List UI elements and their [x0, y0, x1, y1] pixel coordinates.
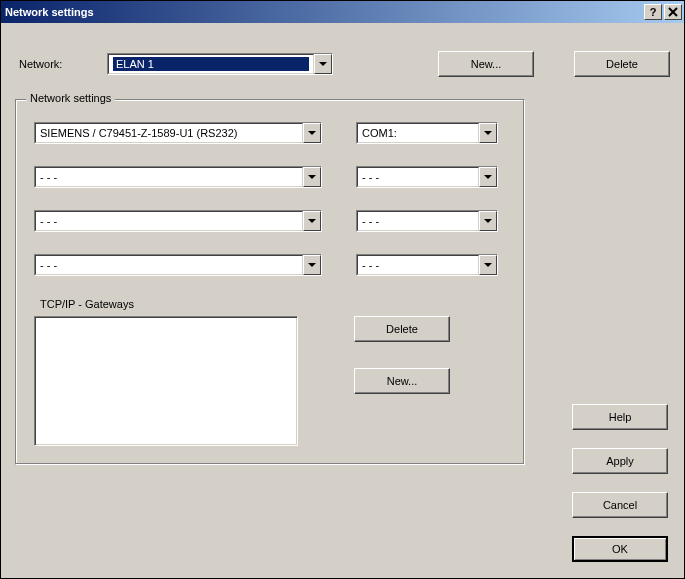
- dialog-body: Network: ELAN 1 New... Delete Network se…: [1, 23, 684, 578]
- network-combo[interactable]: ELAN 1: [107, 53, 333, 75]
- chevron-down-icon[interactable]: [479, 123, 497, 143]
- apply-button[interactable]: Apply: [572, 448, 668, 474]
- gateway-new-button[interactable]: New...: [354, 368, 450, 394]
- settings-row-1: - - - - - -: [34, 166, 506, 188]
- chevron-down-icon[interactable]: [303, 211, 321, 231]
- port-combo-value-2: - - -: [362, 215, 379, 227]
- port-combo-value-1: - - -: [362, 171, 379, 183]
- settings-row-0: SIEMENS / C79451-Z-1589-U1 (RS232) COM1:: [34, 122, 506, 144]
- gateways-label: TCP/IP - Gateways: [40, 298, 506, 310]
- device-combo-value-0: SIEMENS / C79451-Z-1589-U1 (RS232): [40, 127, 237, 139]
- close-icon[interactable]: [664, 4, 682, 20]
- device-combo-3[interactable]: - - -: [34, 254, 322, 276]
- chevron-down-icon[interactable]: [303, 255, 321, 275]
- settings-row-3: - - - - - -: [34, 254, 506, 276]
- titlebar: Network settings ?: [1, 1, 684, 23]
- settings-row-2: - - - - - -: [34, 210, 506, 232]
- help-icon[interactable]: ?: [644, 4, 662, 20]
- network-row: Network: ELAN 1 New... Delete: [15, 51, 670, 77]
- device-combo-value-1: - - -: [40, 171, 57, 183]
- network-label: Network:: [15, 58, 107, 70]
- chevron-down-icon[interactable]: [314, 54, 332, 74]
- device-combo-2[interactable]: - - -: [34, 210, 322, 232]
- help-button[interactable]: Help: [572, 404, 668, 430]
- device-combo-value-2: - - -: [40, 215, 57, 227]
- window-title: Network settings: [5, 6, 642, 18]
- device-combo-0[interactable]: SIEMENS / C79451-Z-1589-U1 (RS232): [34, 122, 322, 144]
- chevron-down-icon[interactable]: [479, 255, 497, 275]
- gateways-listbox[interactable]: [34, 316, 298, 446]
- network-combo-value: ELAN 1: [113, 57, 309, 71]
- port-combo-value-3: - - -: [362, 259, 379, 271]
- port-combo-0[interactable]: COM1:: [356, 122, 498, 144]
- gateway-delete-button[interactable]: Delete: [354, 316, 450, 342]
- chevron-down-icon[interactable]: [479, 167, 497, 187]
- network-settings-legend: Network settings: [26, 92, 115, 104]
- dialog-buttons: Help Apply Cancel OK: [572, 404, 668, 562]
- chevron-down-icon[interactable]: [303, 167, 321, 187]
- device-combo-value-3: - - -: [40, 259, 57, 271]
- network-settings-group: Network settings SIEMENS / C79451-Z-1589…: [15, 99, 525, 465]
- port-combo-2[interactable]: - - -: [356, 210, 498, 232]
- port-combo-1[interactable]: - - -: [356, 166, 498, 188]
- device-combo-1[interactable]: - - -: [34, 166, 322, 188]
- cancel-button[interactable]: Cancel: [572, 492, 668, 518]
- chevron-down-icon[interactable]: [479, 211, 497, 231]
- titlebar-buttons: ?: [642, 4, 682, 20]
- port-combo-value-0: COM1:: [362, 127, 397, 139]
- delete-network-button[interactable]: Delete: [574, 51, 670, 77]
- chevron-down-icon[interactable]: [303, 123, 321, 143]
- port-combo-3[interactable]: - - -: [356, 254, 498, 276]
- ok-button[interactable]: OK: [572, 536, 668, 562]
- network-settings-dialog: Network settings ? Network: ELAN 1 New..…: [0, 0, 685, 579]
- new-network-button[interactable]: New...: [438, 51, 534, 77]
